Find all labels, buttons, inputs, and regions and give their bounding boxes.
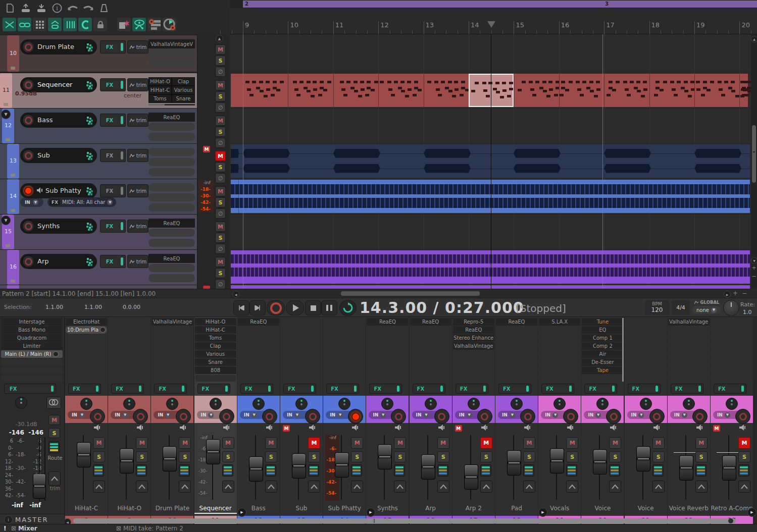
strip-mute-button[interactable]: M: [566, 437, 578, 449]
strip-record-arm-button[interactable]: [520, 409, 535, 424]
monitor-icon[interactable]: [266, 424, 274, 433]
strip-mute-button[interactable]: M: [695, 437, 708, 449]
strip-fx-slot-empty[interactable]: [496, 327, 537, 333]
fx-enable-toggle[interactable]: [119, 220, 126, 233]
repeat-button[interactable]: [339, 300, 357, 316]
bpm-box[interactable]: BPM 120: [645, 300, 669, 315]
region-marker-2[interactable]: 2: [243, 1, 604, 8]
strip-fx-slot-empty[interactable]: [324, 318, 365, 325]
arrange-track-lane[interactable]: [230, 73, 751, 109]
chevron-down-icon[interactable]: ▼: [380, 412, 386, 418]
strip-fx-slot[interactable]: HiHat-O: [195, 318, 236, 326]
strip-fx-slot-empty[interactable]: [238, 327, 279, 333]
strip-fx-slot-empty[interactable]: [238, 351, 279, 357]
scroll-down-icon[interactable]: ▼: [751, 257, 757, 264]
stop-button[interactable]: [305, 300, 321, 315]
strip-solo-button[interactable]: S: [265, 451, 277, 462]
strip-fx-slot-empty[interactable]: [109, 343, 149, 349]
track-fx-slot[interactable]: Snare: [172, 94, 195, 103]
strip-fx-slot-empty[interactable]: [496, 367, 537, 374]
strip-mute-button[interactable]: M: [738, 437, 750, 449]
envelope-link-toggle-icon[interactable]: [48, 18, 62, 31]
track-mute-button[interactable]: M: [215, 222, 226, 232]
track-name-pill[interactable]: Arp: [20, 254, 97, 269]
track-mute-button[interactable]: M: [215, 80, 226, 90]
track-mute-button[interactable]: M: [215, 151, 226, 161]
timesig-value[interactable]: 4/4: [676, 304, 685, 311]
strip-mute-button[interactable]: M: [437, 437, 449, 449]
strip-fx-slot-empty[interactable]: [152, 367, 192, 374]
strip-route-button[interactable]: [136, 464, 147, 476]
strip-fx-slot-empty[interactable]: [712, 335, 752, 341]
track-mute-button[interactable]: M: [215, 257, 226, 267]
hzoom-in-icon[interactable]: +: [732, 290, 738, 297]
strip-fx-slot-empty[interactable]: [109, 375, 149, 382]
strip-fx-slot-empty[interactable]: [367, 367, 408, 374]
strip-route-button[interactable]: [437, 464, 448, 476]
audio-item[interactable]: [231, 250, 750, 284]
strip-fx-slot-empty[interactable]: [411, 367, 451, 374]
chevron-down-icon[interactable]: ▼: [337, 412, 343, 418]
strip-fx-slot-empty[interactable]: [411, 351, 451, 357]
strip-route-button[interactable]: [566, 464, 577, 476]
track-fx-slot-empty[interactable]: [148, 203, 195, 211]
trim-envelope-button[interactable]: trim: [127, 255, 148, 268]
strip-pan-knob[interactable]: [511, 398, 523, 410]
strip-pan-knob[interactable]: [640, 398, 652, 410]
strip-fx-slot-empty[interactable]: [367, 359, 408, 365]
strip-solo-button[interactable]: S: [480, 451, 492, 462]
monitor-icon[interactable]: [394, 424, 402, 433]
track-fx-slot-empty[interactable]: [148, 193, 195, 201]
strip-fx-slot-empty[interactable]: [281, 318, 322, 325]
strip-route-button[interactable]: [480, 464, 491, 476]
strip-fx-slot-empty[interactable]: [324, 343, 365, 349]
track-fx-slot-empty[interactable]: [148, 183, 195, 191]
strip-route-button[interactable]: [93, 464, 104, 476]
strip-fx-slot-empty[interactable]: [66, 359, 107, 365]
strip-route-button[interactable]: [265, 464, 276, 476]
master-fx-slot[interactable]: Bass Mono: [1, 326, 63, 334]
midi-item[interactable]: [243, 74, 288, 107]
strip-fx-enable-toggle[interactable]: [696, 384, 703, 394]
track-mute-button[interactable]: M: [215, 44, 226, 55]
strip-pan-knob[interactable]: [123, 398, 135, 410]
mixer-strip-synths[interactable]: ReaEQFXIN▼MSSynths15: [366, 317, 409, 517]
strip-fx-slot-empty[interactable]: [712, 351, 752, 357]
strip-fx-slot-empty[interactable]: [712, 343, 752, 349]
strip-fx-slot[interactable]: Tune: [582, 318, 623, 326]
strip-fx-slot-empty[interactable]: [626, 367, 666, 374]
mixer-strip-sub[interactable]: FXIN▼MMSSub13: [280, 317, 323, 517]
chevron-down-icon[interactable]: ▼: [682, 412, 687, 418]
master-fx-slot[interactable]: Main (L) / Main (R): [1, 350, 63, 358]
strip-fx-slot[interactable]: ReaEQ: [453, 326, 494, 334]
track-phase-button[interactable]: ∅: [215, 102, 226, 113]
envelope-lanes-icon[interactable]: [147, 18, 161, 31]
undo-icon[interactable]: [67, 2, 79, 14]
strip-record-arm-button[interactable]: [477, 409, 492, 424]
strip-fx-slot-empty[interactable]: [238, 343, 279, 349]
strip-fx-slot-empty[interactable]: [281, 351, 322, 357]
master-strip[interactable]: InterstageBass MonoQuadracomLimiterMain …: [0, 317, 65, 517]
strip-fx-slot-empty[interactable]: [539, 367, 580, 374]
strip-fx-enable-toggle[interactable]: [94, 384, 101, 394]
strip-route-button[interactable]: [179, 464, 190, 476]
trim-envelope-button[interactable]: trim: [127, 184, 148, 197]
track-phase-button[interactable]: ∅: [215, 279, 226, 289]
strip-envelope-button[interactable]: [695, 481, 708, 493]
midi-item[interactable]: [739, 74, 748, 107]
pause-button[interactable]: [321, 300, 337, 315]
strip-pan-knob[interactable]: [80, 398, 92, 410]
strip-fader-thumb[interactable]: [507, 450, 521, 475]
strip-fx-enable-toggle[interactable]: [223, 384, 230, 394]
chevron-down-icon[interactable]: ▼: [467, 412, 472, 418]
strip-fx-slot-empty[interactable]: [281, 367, 322, 374]
strip-pan-knob[interactable]: [425, 398, 437, 410]
strip-fx-slot-empty[interactable]: [281, 359, 322, 365]
trim-envelope-button[interactable]: trim: [127, 149, 148, 162]
strip-record-arm-button[interactable]: [735, 409, 750, 424]
strip-envelope-button[interactable]: [523, 481, 535, 493]
strip-fx-slot-empty[interactable]: [496, 351, 537, 357]
strip-record-arm-button[interactable]: [649, 409, 665, 424]
mixer-hscrollbar[interactable]: [73, 518, 736, 523]
track-volume-readout[interactable]: 0.95dB: [15, 90, 45, 97]
